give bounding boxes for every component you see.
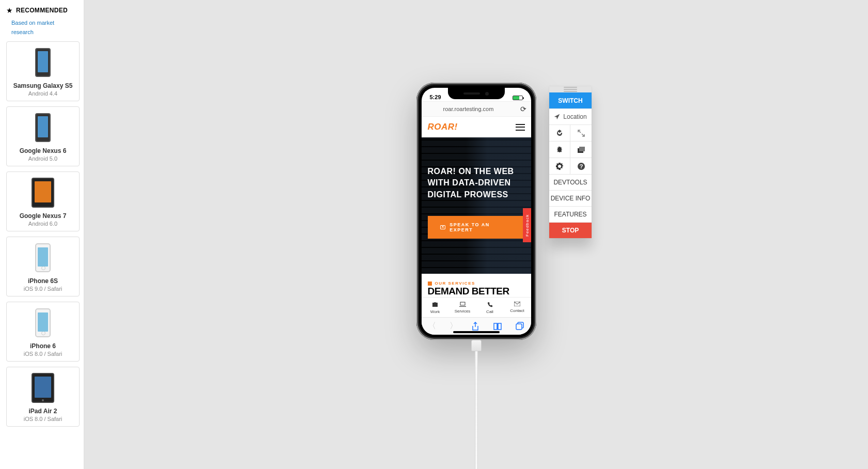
speak-to-expert-button[interactable]: SPEAK TO AN EXPERT xyxy=(428,216,525,239)
settings-button[interactable] xyxy=(549,158,570,174)
svg-rect-6 xyxy=(579,147,585,151)
stage: 5:29 roar.roartesting.com ⟳ ROAR! ROAR! … xyxy=(84,0,868,469)
laptop-icon xyxy=(459,302,466,307)
panel-drag-handle[interactable] xyxy=(549,86,592,92)
screenshots-button[interactable] xyxy=(570,141,592,158)
stack-icon xyxy=(577,146,585,153)
bug-icon xyxy=(555,146,564,154)
hamburger-icon[interactable] xyxy=(516,124,525,131)
device-os: iOS 8.0 / Safari xyxy=(9,351,77,357)
device-os: Android 4.4 xyxy=(9,90,77,97)
device-name: iPhone 6S xyxy=(9,277,77,285)
device-card[interactable]: Samsung Galaxy S5Android 4.4 xyxy=(6,41,80,101)
device-cable xyxy=(473,340,479,469)
device-name: iPad Air 2 xyxy=(9,408,77,415)
gear-icon xyxy=(555,162,564,170)
site-tab-services[interactable]: Services xyxy=(449,298,476,317)
briefcase-icon xyxy=(432,302,438,307)
services-section: OUR SERVICES DEMAND BETTER xyxy=(422,274,531,297)
tabs-icon[interactable] xyxy=(516,322,524,331)
device-card[interactable]: iPad Air 2iOS 8.0 / Safari xyxy=(6,367,80,427)
device-name: Google Nexus 6 xyxy=(9,147,77,154)
devtools-button[interactable]: DEVTOOLS xyxy=(549,174,592,190)
device-os: Android 6.0 xyxy=(9,221,77,227)
rotate-icon xyxy=(555,129,564,137)
device-thumb xyxy=(9,372,77,403)
device-list[interactable]: Samsung Galaxy S5Android 4.4Google Nexus… xyxy=(0,41,84,469)
features-button[interactable]: FEATURES xyxy=(549,206,592,222)
device-card[interactable]: iPhone 6SiOS 9.0 / Safari xyxy=(6,237,80,296)
sidebar-title: RECOMMENDED xyxy=(16,7,68,14)
device-card[interactable]: iPhone 6iOS 8.0 / Safari xyxy=(6,302,80,362)
help-button[interactable]: ? xyxy=(570,158,592,174)
site-tab-contact[interactable]: Contact xyxy=(504,298,531,317)
site-header: ROAR! xyxy=(422,117,531,137)
reload-icon[interactable]: ⟳ xyxy=(516,105,531,113)
device-os: Android 5.0 xyxy=(9,155,77,162)
browser-url-bar[interactable]: roar.roartesting.com ⟳ xyxy=(422,101,531,117)
iphone-frame: 5:29 roar.roartesting.com ⟳ ROAR! ROAR! … xyxy=(416,83,536,340)
device-thumb xyxy=(9,242,77,273)
device-preview: 5:29 roar.roartesting.com ⟳ ROAR! ROAR! … xyxy=(416,83,536,340)
expand-icon xyxy=(578,130,585,137)
svg-text:?: ? xyxy=(579,163,583,169)
device-thumb xyxy=(9,112,77,143)
device-notch xyxy=(448,88,505,99)
services-tag: OUR SERVICES xyxy=(428,281,525,286)
cta-label: SPEAK TO AN EXPERT xyxy=(450,222,512,232)
control-panel: SWITCH Location xyxy=(549,86,592,238)
bug-button[interactable] xyxy=(549,141,570,158)
site-tab-call[interactable]: Call xyxy=(476,298,504,317)
device-screen[interactable]: 5:29 roar.roartesting.com ⟳ ROAR! ROAR! … xyxy=(422,88,531,335)
device-os: iOS 9.0 / Safari xyxy=(9,286,77,292)
svg-point-4 xyxy=(558,148,561,152)
switch-button[interactable]: SWITCH xyxy=(549,92,592,108)
url-field[interactable]: roar.roartesting.com xyxy=(422,106,516,112)
device-card[interactable]: Google Nexus 6Android 5.0 xyxy=(6,106,80,166)
device-sidebar: ★ RECOMMENDED Based on market research S… xyxy=(0,0,84,469)
star-icon: ★ xyxy=(6,6,13,14)
device-info-button[interactable]: DEVICE INFO xyxy=(549,190,592,206)
hero-headline: ROAR! ON THE WEB WITH DATA-DRIVEN DIGITA… xyxy=(428,166,525,200)
device-name: Samsung Galaxy S5 xyxy=(9,82,77,89)
site-logo[interactable]: ROAR! xyxy=(428,122,458,132)
app-root: ★ RECOMMENDED Based on market research S… xyxy=(0,0,868,469)
svg-rect-0 xyxy=(460,302,465,305)
forward-icon[interactable]: 〉 xyxy=(450,321,458,332)
sidebar-heading: ★ RECOMMENDED xyxy=(0,0,84,18)
fullscreen-button[interactable] xyxy=(570,124,592,141)
share-icon[interactable] xyxy=(471,322,479,331)
site-bottom-tabs: WorkServicesCallContact xyxy=(422,297,531,317)
bookmarks-icon[interactable] xyxy=(493,322,502,331)
envelope-icon xyxy=(440,225,446,229)
home-indicator[interactable] xyxy=(453,331,500,333)
rotate-button[interactable] xyxy=(549,124,570,141)
svg-rect-3 xyxy=(516,324,522,330)
device-card[interactable]: Google Nexus 7Android 6.0 xyxy=(6,171,80,231)
site-tab-work[interactable]: Work xyxy=(422,298,449,317)
device-thumb xyxy=(9,177,77,208)
phone-icon xyxy=(487,302,493,307)
location-icon xyxy=(554,114,560,120)
envelope-icon xyxy=(514,302,520,306)
device-thumb xyxy=(9,47,77,78)
device-name: Google Nexus 7 xyxy=(9,212,77,220)
help-icon: ? xyxy=(577,162,585,170)
services-heading: DEMAND BETTER xyxy=(428,286,525,297)
location-button[interactable]: Location xyxy=(549,108,592,124)
stop-button[interactable]: STOP xyxy=(549,222,592,238)
device-name: iPhone 6 xyxy=(9,342,77,350)
status-time: 5:29 xyxy=(430,94,441,100)
feedback-tab[interactable]: Feedback xyxy=(523,208,531,242)
hero-section: ROAR! ON THE WEB WITH DATA-DRIVEN DIGITA… xyxy=(422,137,531,274)
back-icon[interactable]: 〈 xyxy=(428,321,436,332)
sidebar-subtitle: Based on market research xyxy=(0,18,84,41)
device-os: iOS 8.0 / Safari xyxy=(9,416,77,422)
battery-icon xyxy=(513,96,523,100)
panel-tool-grid: ? xyxy=(549,124,592,174)
market-research-link[interactable]: Based on market research xyxy=(11,20,54,35)
device-thumb xyxy=(9,307,77,338)
